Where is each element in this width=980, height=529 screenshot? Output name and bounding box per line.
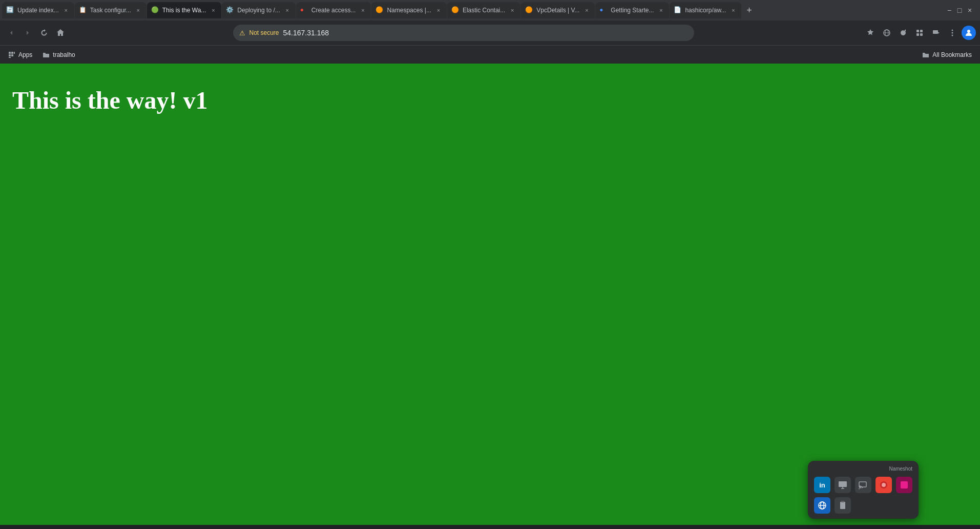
apps-grid-icon <box>8 51 15 58</box>
tab-4-favicon: ⚙️ <box>226 6 234 14</box>
tab-4-close[interactable]: × <box>283 6 291 14</box>
svg-rect-18 <box>839 481 847 487</box>
profile-button[interactable] <box>962 26 976 40</box>
tab-2[interactable]: 📋 Task configur... × <box>75 2 147 18</box>
tab-6-favicon: 🟠 <box>376 6 384 14</box>
tab-8-title: VpcDetails | V... <box>536 7 579 14</box>
page-heading: This is the way! v1 <box>12 86 968 114</box>
more-button[interactable] <box>945 26 960 40</box>
back-button[interactable] <box>4 26 18 40</box>
tab-5-title: Create access... <box>311 7 356 14</box>
tab-5-close[interactable]: × <box>359 6 367 14</box>
svg-point-22 <box>859 489 860 490</box>
taskbar-overlay: Nameshot in <box>808 461 919 519</box>
folder-icon <box>43 51 50 58</box>
taskbar-cast-icon[interactable] <box>855 477 871 493</box>
all-bookmarks-label: All Bookmarks <box>932 51 972 58</box>
bookmarks-bar: Apps trabalho All Bookmarks <box>0 45 980 64</box>
maximize-button[interactable]: □ <box>955 6 964 14</box>
svg-rect-7 <box>933 30 938 34</box>
svg-rect-13 <box>11 52 13 54</box>
svg-rect-25 <box>901 481 908 489</box>
new-tab-button[interactable]: + <box>742 3 756 17</box>
svg-rect-12 <box>9 52 11 54</box>
browser-icon-btn[interactable] <box>880 26 894 40</box>
tab-1-close[interactable]: × <box>62 6 70 14</box>
tab-1[interactable]: 🔄 Update index... × <box>2 2 74 18</box>
address-input-wrap[interactable]: ⚠ Not secure 54.167.31.168 <box>233 25 694 41</box>
tab-10-title: hashicorp/aw... <box>685 7 726 14</box>
trabalho-label: trabalho <box>53 51 75 58</box>
taskbar-label: Nameshot <box>814 466 912 472</box>
svg-rect-15 <box>9 54 11 56</box>
svg-point-11 <box>967 30 970 33</box>
svg-rect-4 <box>920 30 923 32</box>
svg-rect-5 <box>916 33 919 36</box>
svg-rect-3 <box>916 30 919 32</box>
tab-6-close[interactable]: × <box>434 6 443 14</box>
tab-2-title: Task configur... <box>90 7 131 14</box>
bookmark-apps[interactable]: Apps <box>4 49 36 60</box>
svg-rect-6 <box>920 33 923 36</box>
tab-9[interactable]: ● Getting Starte... × <box>595 2 669 18</box>
tab-3[interactable]: 🟢 This is the Wa... × <box>147 2 222 18</box>
tab-7-close[interactable]: × <box>508 6 516 14</box>
tab-5-favicon: ● <box>300 6 308 14</box>
tab-bar: 🔄 Update index... × 📋 Task configur... ×… <box>0 0 980 21</box>
tab-3-close[interactable]: × <box>209 6 217 14</box>
tab-7[interactable]: 🟠 Elastic Contai... × <box>447 2 520 18</box>
tab-3-title: This is the Wa... <box>162 7 206 14</box>
tab-2-favicon: 📋 <box>79 6 87 14</box>
taskbar-clipboard-icon[interactable] <box>835 497 851 514</box>
tab-4-title: Deploying to /... <box>237 7 280 14</box>
home-button[interactable] <box>53 26 68 40</box>
tab-1-favicon: 🔄 <box>6 6 14 14</box>
tab-8[interactable]: 🟠 VpcDetails | V... × <box>521 2 595 18</box>
all-bookmarks-button[interactable]: All Bookmarks <box>918 49 976 60</box>
svg-point-10 <box>952 35 953 36</box>
taskbar-monitor-icon[interactable] <box>835 477 851 493</box>
taskbar-red-app-icon[interactable] <box>875 477 892 493</box>
tab-10-close[interactable]: × <box>729 6 737 14</box>
tab-10[interactable]: 📄 hashicorp/aw... × <box>670 2 741 18</box>
minimize-button[interactable]: − <box>945 6 953 14</box>
close-button[interactable]: × <box>966 6 974 14</box>
window-controls: − □ × <box>945 6 978 14</box>
tab-8-favicon: 🟠 <box>525 6 533 14</box>
svg-rect-16 <box>11 54 13 56</box>
toolbar-right <box>863 26 976 40</box>
reload-button[interactable] <box>37 26 51 40</box>
tab-10-favicon: 📄 <box>674 6 682 14</box>
sync-button[interactable] <box>896 26 910 40</box>
tab-6[interactable]: 🟠 Namespaces |... × <box>371 2 446 18</box>
tab-7-favicon: 🟠 <box>451 6 460 14</box>
svg-rect-30 <box>841 501 844 502</box>
page-content: This is the way! v1 <box>0 64 980 525</box>
svg-rect-17 <box>9 57 11 58</box>
tab-2-close[interactable]: × <box>134 6 142 14</box>
svg-point-24 <box>882 483 886 487</box>
tab-8-close[interactable]: × <box>582 6 591 14</box>
tab-5[interactable]: ● Create access... × <box>296 2 371 18</box>
tab-3-favicon: 🟢 <box>151 6 159 14</box>
security-label: Not secure <box>249 29 279 36</box>
extensions-button[interactable] <box>912 26 927 40</box>
taskbar-row-2 <box>814 497 912 514</box>
svg-rect-29 <box>840 502 845 509</box>
media-button[interactable] <box>929 26 943 40</box>
tab-4[interactable]: ⚙️ Deploying to /... × <box>222 2 295 18</box>
security-warning-icon: ⚠ <box>239 29 245 37</box>
address-bar: ⚠ Not secure 54.167.31.168 <box>0 21 980 45</box>
address-url[interactable]: 54.167.31.168 <box>283 29 688 37</box>
tab-9-favicon: ● <box>599 6 608 14</box>
taskbar-linkedin-icon[interactable]: in <box>814 477 830 493</box>
taskbar-pink-app-icon[interactable] <box>896 477 912 493</box>
forward-button[interactable] <box>20 26 35 40</box>
bookmark-trabalho[interactable]: trabalho <box>38 49 79 60</box>
bookmark-star-button[interactable] <box>863 26 878 40</box>
svg-rect-14 <box>14 52 15 54</box>
svg-point-9 <box>952 32 953 34</box>
taskbar-globe-icon[interactable] <box>814 497 830 514</box>
tab-9-close[interactable]: × <box>657 6 665 14</box>
svg-point-8 <box>952 30 953 31</box>
